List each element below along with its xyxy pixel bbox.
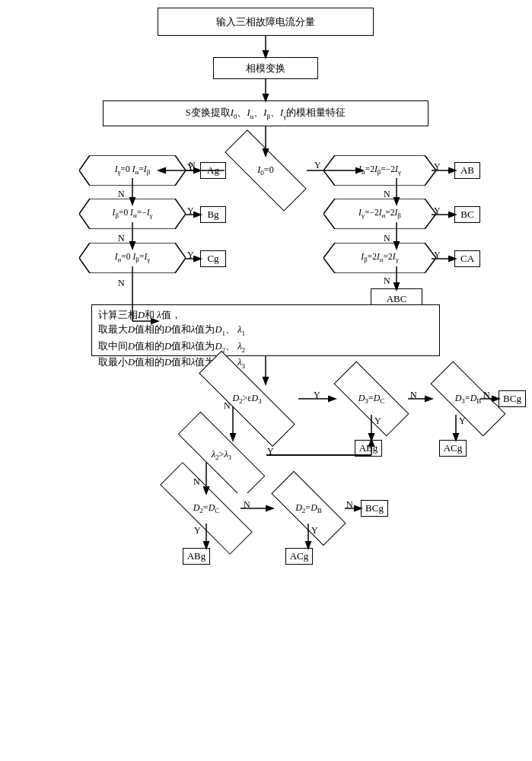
- ab-label: AB: [460, 164, 474, 177]
- label-y-d2db: Y: [311, 525, 318, 537]
- abg1-box: ABg: [355, 440, 382, 457]
- bcg2-box: BCg: [361, 500, 388, 517]
- i0-zero-label: I0=0: [257, 164, 273, 177]
- hex3-label: Iα=0 Iβ=Iγ: [115, 252, 150, 263]
- d3-db-label: D3=DB: [455, 393, 482, 405]
- abg1-label: ABg: [359, 442, 378, 454]
- hex5-label: Iγ=−2Iα=2Iβ: [358, 208, 401, 219]
- d2-epsilon-d3-diamond: D2>εD3: [196, 384, 298, 414]
- hex2-label: Iβ=0 Iα=−Iγ: [113, 208, 153, 219]
- abg2-box: ABg: [183, 548, 210, 565]
- bcg2-label: BCg: [365, 502, 384, 514]
- d2-dc-diamond: D2=DC: [158, 493, 255, 524]
- label-y-hex5: Y: [434, 205, 441, 217]
- ab-box: AB: [454, 162, 480, 179]
- label-n-d2db: N: [346, 499, 353, 511]
- bcg1-label: BCg: [503, 393, 521, 405]
- label-n-hex6: N: [384, 275, 390, 287]
- label-y-d2dc: Y: [194, 525, 201, 537]
- hex4-label: Iα=2Iβ=−2Iγ: [358, 164, 401, 176]
- cg-box: Cg: [200, 250, 226, 267]
- label-y-d3dc: Y: [374, 416, 381, 427]
- label-n-hex5: N: [384, 233, 390, 244]
- lambda2-lambda3-diamond: λ2>λ3: [177, 440, 266, 470]
- d3-dc-label: D3=DC: [358, 393, 385, 405]
- d2-db-label: D2=DB: [295, 502, 322, 514]
- hex1-label: Iγ=0 Iα=Iβ: [115, 164, 150, 176]
- label-n-hex4: N: [384, 189, 390, 200]
- label-n-d3db: N: [483, 390, 490, 401]
- label-y-hex6: Y: [434, 250, 441, 261]
- phase-transform-box: 相模变换: [213, 57, 318, 79]
- d2-dc-label: D2=DC: [193, 502, 220, 514]
- i0-zero-diamond: I0=0: [225, 155, 307, 186]
- acg2-box: ACg: [285, 548, 313, 565]
- label-y-lambda: Y: [267, 446, 274, 457]
- bc-box: BC: [454, 206, 480, 223]
- label-n-d2dc: N: [244, 499, 250, 511]
- acg2-label: ACg: [290, 550, 309, 562]
- ag-box: Ag: [200, 162, 226, 179]
- ag-label: Ag: [207, 164, 219, 177]
- label-y-hex4: Y: [434, 161, 441, 173]
- ca-label: CA: [460, 253, 474, 265]
- hex1: Iγ=0 Iα=Iβ: [79, 155, 186, 186]
- abc-label: ABC: [387, 293, 407, 305]
- label-y-d3db: Y: [459, 416, 466, 427]
- input-label: 输入三相故障电流分量: [216, 15, 315, 29]
- cg-label: Cg: [207, 253, 218, 265]
- label-y-hex3: Y: [187, 250, 194, 261]
- label-y-hex1: Y: [187, 161, 194, 173]
- hex5: Iγ=−2Iα=2Iβ: [323, 199, 436, 229]
- abg2-label: ABg: [187, 550, 206, 562]
- d3-dc-diamond: D3=DC: [335, 384, 408, 414]
- bg-box: Bg: [200, 206, 226, 223]
- input-box: 输入三相故障电流分量: [158, 8, 374, 36]
- label-y-d2ed3: Y: [314, 390, 320, 401]
- calc-box: 计算三相D和 λ值， 取最大D值相的D值和λ值为D1、 λ1 取中间D值相的D值…: [91, 304, 440, 356]
- s-transform-label: S变换提取I0、Iα、Iβ、Iγ的模相量特征: [186, 107, 346, 120]
- label-n-d2ed3: N: [224, 400, 231, 412]
- label-n-hex2: N: [118, 233, 125, 244]
- lambda2-lambda3-label: λ2>λ3: [212, 449, 231, 461]
- d2-db-diamond: D2=DB: [272, 493, 345, 524]
- hex2: Iβ=0 Iα=−Iγ: [79, 199, 186, 229]
- label-y-hex2: Y: [187, 205, 194, 217]
- label-n-hex1: N: [118, 189, 125, 200]
- hex3: Iα=0 Iβ=Iγ: [79, 243, 186, 273]
- label-n-d3dc: N: [410, 390, 417, 401]
- hex6-label: Iβ=2Iα=2Iγ: [361, 252, 398, 263]
- flowchart: N Y Y N Y N Y N Y N Y N Y N Y N N Y N Y …: [0, 0, 532, 761]
- ca-box: CA: [454, 250, 480, 267]
- hex6: Iβ=2Iα=2Iγ: [323, 243, 436, 273]
- hex4: Iα=2Iβ=−2Iγ: [323, 155, 436, 186]
- bc-label: BC: [460, 209, 473, 221]
- s-transform-box: S变换提取I0、Iα、Iβ、Iγ的模相量特征: [103, 100, 428, 126]
- acg1-label: ACg: [444, 442, 463, 454]
- label-n-lambda: N: [193, 476, 200, 488]
- bg-label: Bg: [207, 209, 218, 221]
- bcg1-box: BCg: [499, 390, 526, 407]
- acg1-box: ACg: [439, 440, 467, 457]
- label-n-hex3: N: [118, 278, 125, 289]
- phase-transform-label: 相模变换: [246, 62, 285, 75]
- d2-epsilon-d3-label: D2>εD3: [232, 393, 261, 405]
- label-y-i0-right: Y: [314, 160, 321, 171]
- d3-db-diamond: D3=DB: [432, 384, 505, 414]
